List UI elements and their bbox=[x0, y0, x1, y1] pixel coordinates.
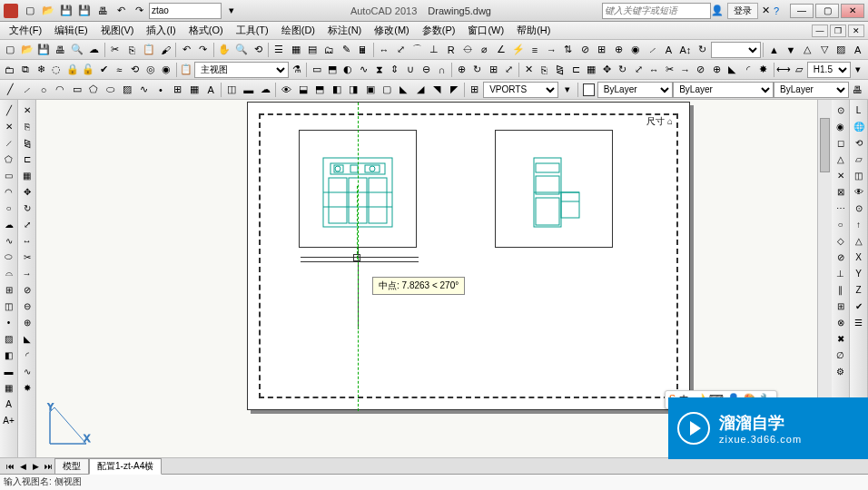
ucs-z-icon[interactable]: Z bbox=[851, 281, 867, 298]
rectangle-icon[interactable]: ▭ bbox=[69, 81, 85, 99]
zoom-prev-icon[interactable]: ⟲ bbox=[250, 41, 266, 59]
osnap-qua-icon[interactable]: ◇ bbox=[833, 232, 849, 249]
region-icon[interactable]: ◫ bbox=[223, 81, 240, 99]
lineweight-combo[interactable]: ByLayer bbox=[774, 82, 849, 98]
dim-text-edit-icon[interactable]: A↕ bbox=[677, 41, 694, 59]
ucs-apply-icon[interactable]: ✔ bbox=[851, 298, 867, 314]
ne-iso-icon[interactable]: ◥ bbox=[429, 81, 445, 99]
redo-icon[interactable]: ↷ bbox=[195, 41, 212, 59]
osnap-near-icon[interactable]: ✖ bbox=[833, 330, 849, 347]
menu-dimension[interactable]: 标注(N) bbox=[322, 22, 367, 39]
presspull-icon[interactable]: ⇕ bbox=[387, 61, 402, 79]
menu-file[interactable]: 文件(F) bbox=[4, 22, 47, 39]
vpline-icon[interactable]: ⟋ bbox=[1, 134, 17, 151]
osnap-int-icon[interactable]: ✕ bbox=[833, 167, 849, 183]
copy-icon[interactable]: ⎘ bbox=[123, 41, 140, 59]
preview-icon[interactable]: 🔍 bbox=[69, 41, 85, 59]
menu-view[interactable]: 视图(V) bbox=[95, 22, 140, 39]
menu-insert[interactable]: 插入(I) bbox=[141, 22, 181, 39]
vscale-icon[interactable]: ⤢ bbox=[19, 216, 35, 232]
plot-icon[interactable]: 🖶 bbox=[52, 41, 68, 59]
layer-combo[interactable]: 主视图 bbox=[194, 62, 289, 78]
linetype-combo[interactable]: ByLayer bbox=[673, 82, 774, 98]
draworder-back-icon[interactable]: ▼ bbox=[783, 41, 799, 59]
login-button[interactable]: 登录 bbox=[727, 3, 758, 19]
qat-saveas-icon[interactable]: 💾 bbox=[76, 3, 93, 19]
vstretch-icon[interactable]: ↔ bbox=[19, 232, 35, 249]
color-combo[interactable]: ByLayer bbox=[597, 82, 673, 98]
dim-ordinate-icon[interactable]: ⊥ bbox=[426, 41, 442, 59]
bottom-view-icon[interactable]: ⬒ bbox=[311, 81, 328, 99]
mirror-icon[interactable]: ⧎ bbox=[552, 61, 567, 79]
ucs-named-icon[interactable]: ☰ bbox=[851, 314, 867, 330]
menu-tools[interactable]: 工具(T) bbox=[231, 22, 274, 39]
dim-angular-icon[interactable]: ∠ bbox=[493, 41, 509, 59]
vbreakpt-icon[interactable]: ⊘ bbox=[19, 281, 35, 298]
qat-new-icon[interactable]: ▢ bbox=[22, 3, 38, 19]
vhatch-icon[interactable]: ▨ bbox=[1, 330, 17, 347]
vscroll-thumb[interactable] bbox=[820, 118, 830, 172]
3dmove-icon[interactable]: ⊕ bbox=[454, 61, 469, 79]
chamfer-icon[interactable]: ◣ bbox=[725, 61, 740, 79]
front-view-icon[interactable]: ▣ bbox=[361, 81, 378, 99]
osnap-mid-icon[interactable]: △ bbox=[833, 151, 849, 167]
sweep-icon[interactable]: ∿ bbox=[356, 61, 371, 79]
ucs-origin-icon[interactable]: ⊙ bbox=[851, 200, 867, 216]
vxline-icon[interactable]: ✕ bbox=[1, 118, 17, 134]
dim-space-icon[interactable]: ⇅ bbox=[560, 41, 577, 59]
tab-last-icon[interactable]: ⏭ bbox=[42, 460, 54, 473]
offset-icon[interactable]: ⊏ bbox=[567, 61, 583, 79]
dim-update-icon[interactable]: ↻ bbox=[694, 41, 710, 59]
markup-icon[interactable]: ✎ bbox=[338, 41, 354, 59]
maximize-button[interactable]: ▢ bbox=[815, 4, 839, 18]
vtable-icon[interactable]: ▦ bbox=[1, 379, 17, 396]
extend-icon[interactable]: → bbox=[677, 61, 693, 79]
vpolygon-icon[interactable]: ⬠ bbox=[1, 151, 17, 167]
vextend-icon[interactable]: → bbox=[19, 265, 35, 281]
3dscale-icon[interactable]: ⤢ bbox=[501, 61, 517, 79]
new-icon[interactable]: ▢ bbox=[2, 41, 18, 59]
circle-icon[interactable]: ○ bbox=[35, 81, 52, 99]
ucs-zaxis-icon[interactable]: ↑ bbox=[851, 216, 867, 232]
qat-workspace-combo[interactable] bbox=[149, 3, 222, 19]
osnap-node-icon[interactable]: ⊗ bbox=[833, 314, 849, 330]
dim-continue-icon[interactable]: → bbox=[543, 41, 559, 59]
table-icon[interactable]: ▦ bbox=[185, 81, 202, 99]
viewport-2[interactable] bbox=[495, 130, 613, 248]
vports-scale-icon[interactable]: ▾ bbox=[558, 81, 575, 99]
help-icon[interactable]: ? bbox=[774, 5, 779, 16]
union-icon[interactable]: ∪ bbox=[402, 61, 418, 79]
vbreak-icon[interactable]: ⊖ bbox=[19, 298, 35, 314]
vrect-icon[interactable]: ▭ bbox=[1, 167, 17, 183]
menu-parametric[interactable]: 参数(P) bbox=[417, 22, 461, 39]
layer-manager-icon[interactable]: 🗀 bbox=[2, 61, 17, 79]
tab-model[interactable]: 模型 bbox=[54, 458, 89, 475]
save-icon[interactable]: 💾 bbox=[35, 41, 52, 59]
vmtext-icon[interactable]: A bbox=[1, 396, 17, 412]
array-icon[interactable]: ▦ bbox=[584, 61, 599, 79]
distance-icon[interactable]: ⟷ bbox=[775, 61, 791, 79]
wipeout-icon[interactable]: ▬ bbox=[241, 81, 257, 99]
ucs-world-icon[interactable]: 🌐 bbox=[851, 118, 867, 134]
cut-icon[interactable]: ✂ bbox=[107, 41, 123, 59]
hatch-icon[interactable]: ▨ bbox=[119, 81, 135, 99]
osnap-tan-icon[interactable]: ⊘ bbox=[833, 249, 849, 265]
tab-layout1[interactable]: 配置1-zt-A4横 bbox=[89, 458, 162, 475]
user-icon[interactable]: 👤 bbox=[711, 5, 724, 16]
qat-redo-icon[interactable]: ↷ bbox=[131, 3, 147, 19]
properties-icon[interactable]: ☰ bbox=[271, 41, 287, 59]
vinsert-icon[interactable]: ⊞ bbox=[1, 281, 17, 298]
scale-icon[interactable]: ⤢ bbox=[630, 61, 646, 79]
box-icon[interactable]: ▭ bbox=[309, 61, 324, 79]
draworder-under-icon[interactable]: ▽ bbox=[816, 41, 833, 59]
osnap-ext-icon[interactable]: ⋯ bbox=[833, 200, 849, 216]
qat-dropdown-icon[interactable]: ▾ bbox=[223, 3, 240, 19]
pline-icon[interactable]: ⟋ bbox=[18, 81, 35, 99]
right-view-icon[interactable]: ◨ bbox=[345, 81, 361, 99]
ucs-x-icon[interactable]: X bbox=[851, 249, 867, 265]
point-icon[interactable]: • bbox=[153, 81, 169, 99]
dim-edit-icon[interactable]: A bbox=[660, 41, 676, 59]
sw-iso-icon[interactable]: ◣ bbox=[395, 81, 411, 99]
extrude-icon[interactable]: ⬒ bbox=[324, 61, 340, 79]
revcloud-icon[interactable]: ☁ bbox=[257, 81, 273, 99]
